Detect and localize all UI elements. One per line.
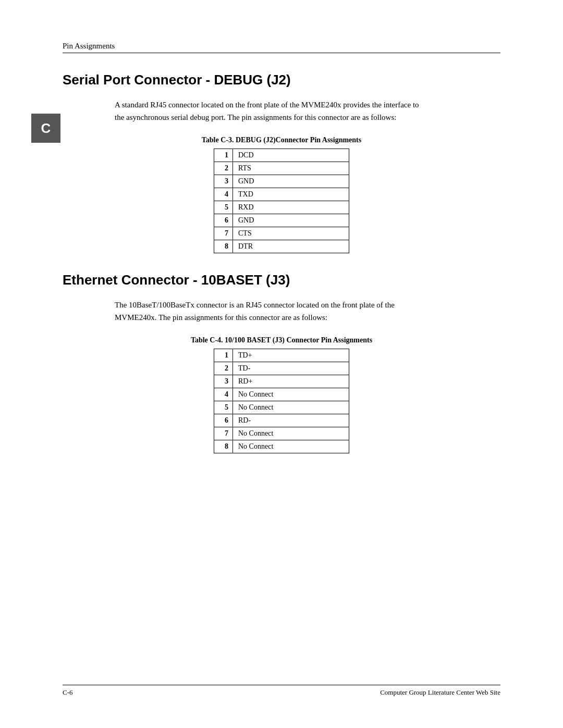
pin-signal: No Connect — [233, 401, 349, 414]
pin-number: 5 — [214, 401, 233, 414]
section2-title: Ethernet Connector - 10BASET (J3) — [63, 272, 500, 288]
pin-number: 8 — [214, 240, 233, 253]
pin-number: 1 — [214, 349, 233, 362]
footer-site: Computer Group Literature Center Web Sit… — [380, 688, 500, 697]
pin-number: 4 — [214, 188, 233, 201]
pin-number: 2 — [214, 162, 233, 175]
pin-signal: TXD — [233, 188, 349, 201]
pin-number: 7 — [214, 227, 233, 240]
pin-signal: DCD — [233, 149, 349, 162]
footer-page-number: C-6 — [63, 688, 73, 697]
pin-signal: No Connect — [233, 440, 349, 453]
section1-title: Serial Port Connector - DEBUG (J2) — [63, 72, 500, 88]
table2: 1TD+2TD-3RD+4No Connect5No Connect6RD-7N… — [214, 349, 349, 453]
pin-number: 4 — [214, 388, 233, 401]
section2-description: The 10BaseT/100BaseTx connector is an RJ… — [115, 299, 427, 324]
chapter-mark: C — [31, 114, 60, 143]
pin-signal: TD+ — [233, 349, 349, 362]
table2-caption: Table C-4. 10/100 BASET (J3) Connector P… — [63, 336, 500, 344]
pin-signal: TD- — [233, 362, 349, 375]
pin-number: 1 — [214, 149, 233, 162]
pin-signal: CTS — [233, 227, 349, 240]
pin-number: 3 — [214, 175, 233, 188]
section1-description: A standard RJ45 connector located on the… — [115, 98, 427, 124]
pin-signal: RD- — [233, 414, 349, 427]
pin-signal: GND — [233, 214, 349, 227]
table1: 1DCD2RTS3GND4TXD5RXD6GND7CTS8DTR — [214, 149, 349, 253]
pin-signal: No Connect — [233, 388, 349, 401]
pin-number: 3 — [214, 375, 233, 388]
pin-signal: RXD — [233, 201, 349, 214]
header-title: Pin Assignments — [63, 42, 115, 51]
pin-number: 2 — [214, 362, 233, 375]
page-header: Pin Assignments — [63, 42, 500, 53]
pin-signal: No Connect — [233, 427, 349, 440]
pin-number: 6 — [214, 414, 233, 427]
table1-caption: Table C-3. DEBUG (J2)Connector Pin Assig… — [63, 136, 500, 144]
pin-number: 7 — [214, 427, 233, 440]
pin-number: 8 — [214, 440, 233, 453]
pin-signal: RTS — [233, 162, 349, 175]
pin-number: 5 — [214, 201, 233, 214]
page-footer: C-6 Computer Group Literature Center Web… — [63, 685, 500, 697]
pin-number: 6 — [214, 214, 233, 227]
pin-signal: GND — [233, 175, 349, 188]
pin-signal: DTR — [233, 240, 349, 253]
pin-signal: RD+ — [233, 375, 349, 388]
